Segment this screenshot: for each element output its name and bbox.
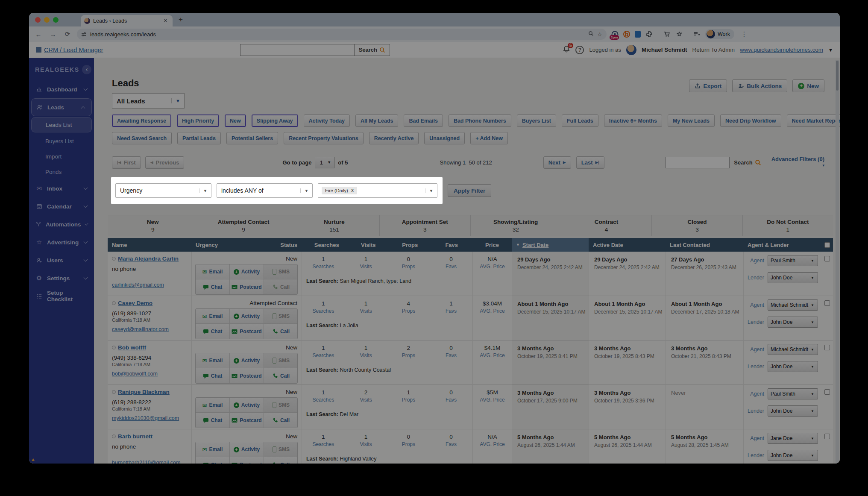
row-checkbox[interactable] xyxy=(824,345,830,350)
column-header-price[interactable]: Price xyxy=(472,242,512,248)
chat-button[interactable]: Chat xyxy=(196,457,230,464)
sidebar-item-leads-list[interactable]: Leads List xyxy=(31,117,92,132)
note-extension-icon[interactable] xyxy=(635,31,641,38)
lead-email-link[interactable]: burnettbarb2110@gmail.com xyxy=(112,460,180,464)
filter-operator-select[interactable]: includes ANY of ▼ xyxy=(217,183,313,198)
sidebar-item-advertising[interactable]: ☆ Advertising xyxy=(29,233,94,251)
chat-button[interactable]: Chat xyxy=(196,368,230,383)
scrollbar-thumb[interactable] xyxy=(836,61,839,91)
filter-chip[interactable]: Unassigned xyxy=(424,132,465,144)
reading-list-icon[interactable] xyxy=(693,30,701,38)
sidebar-item-dashboard[interactable]: Dashboard xyxy=(29,80,94,98)
column-header-urgency[interactable]: Urgency xyxy=(196,242,218,248)
return-to-admin-link[interactable]: Return To Admin xyxy=(692,47,735,53)
lead-name-link[interactable]: Ranique Blackman xyxy=(118,389,170,395)
last-page-button[interactable]: Last ▶| xyxy=(576,156,604,169)
sms-button[interactable]: SMS xyxy=(264,264,298,279)
postcard-button[interactable]: Postcard xyxy=(230,457,264,464)
postcard-button[interactable]: Postcard xyxy=(230,413,264,428)
postcard-button[interactable]: Postcard xyxy=(230,279,264,294)
new-tab-button[interactable]: + xyxy=(179,15,183,26)
filter-chip[interactable]: Full Leads xyxy=(562,114,598,127)
filter-chip[interactable]: High Priority xyxy=(177,114,219,127)
activity-button[interactable]: +Activity xyxy=(230,442,264,457)
site-link[interactable]: www.quickandsimplehomes.com xyxy=(740,47,823,53)
sidebar-item-setup-checklist[interactable]: Setup Checklist xyxy=(29,287,94,305)
email-button[interactable]: ✉Email xyxy=(196,442,230,457)
export-button[interactable]: Export xyxy=(689,79,727,92)
lender-select[interactable]: John Doe▼ xyxy=(768,361,818,372)
lender-select[interactable]: John Doe▼ xyxy=(768,272,818,283)
column-header-favs[interactable]: Favs xyxy=(431,242,473,248)
lender-select[interactable]: John Doe▼ xyxy=(768,405,818,417)
next-page-button[interactable]: Next ▶ xyxy=(543,156,571,169)
agent-select[interactable]: Jane Doe▼ xyxy=(768,433,818,444)
pipeline-stage-appointment-set[interactable]: Appointment Set 3 xyxy=(380,215,470,236)
filter-chip[interactable]: Partial Leads xyxy=(177,132,221,144)
maximize-window-button[interactable] xyxy=(53,17,59,23)
filter-value-select[interactable]: Fire (Daily) X ▼ xyxy=(318,183,437,198)
remove-tag-icon[interactable]: X xyxy=(351,188,354,193)
sms-button[interactable]: SMS xyxy=(264,353,298,368)
lead-email-link[interactable]: bob@bobwolff.com xyxy=(112,371,158,377)
filter-chip[interactable]: Slipping Away xyxy=(252,114,298,127)
chat-button[interactable]: Chat xyxy=(196,413,230,428)
sidebar-item-ponds[interactable]: Ponds xyxy=(29,164,94,179)
postcard-button[interactable]: Postcard xyxy=(230,368,264,383)
filter-chip[interactable]: Potential Sellers xyxy=(226,132,278,144)
scroll-top-icon[interactable]: ▲ xyxy=(31,457,35,462)
sms-button[interactable]: SMS xyxy=(264,398,298,413)
call-button[interactable]: Call xyxy=(264,324,298,339)
global-search-button[interactable]: Search xyxy=(355,44,390,56)
filter-chip[interactable]: Need Saved Search xyxy=(112,132,172,144)
filter-field-select[interactable]: Urgency ▼ xyxy=(115,183,211,198)
advanced-filters-link[interactable]: Advanced Filters (0) ▾ xyxy=(771,156,824,168)
sms-button[interactable]: SMS xyxy=(264,442,298,457)
filter-chip[interactable]: All My Leads xyxy=(355,114,398,127)
filter-chip[interactable]: Recent Property Valuations xyxy=(284,132,364,144)
activity-button[interactable]: +Activity xyxy=(230,309,264,324)
crm-home-link[interactable]: CRM / Lead Manager xyxy=(44,47,103,53)
call-button[interactable]: Call xyxy=(264,368,298,383)
filter-chip[interactable]: Activity Today xyxy=(304,114,350,127)
add-new-filter-chip[interactable]: + Add New xyxy=(470,132,508,144)
agent-select[interactable]: Michael Schmidt▼ xyxy=(768,299,818,311)
forward-button[interactable]: → xyxy=(48,31,58,38)
pipeline-stage-closed[interactable]: Closed 3 xyxy=(652,215,742,236)
select-all-checkbox[interactable] xyxy=(824,242,830,248)
page-scrollbar[interactable] xyxy=(836,60,839,464)
postcard-button[interactable]: Postcard xyxy=(230,324,264,339)
sidebar-item-automations[interactable]: Automations xyxy=(29,215,94,233)
sidebar-item-buyers-list[interactable]: Buyers List xyxy=(29,133,94,149)
row-checkbox[interactable] xyxy=(824,256,830,261)
filter-chip[interactable]: My New Leads xyxy=(668,114,715,127)
close-window-button[interactable] xyxy=(35,17,41,23)
activity-button[interactable]: +Activity xyxy=(230,353,264,368)
lead-email-link[interactable]: mykiddos21030@gmail.com xyxy=(112,415,179,421)
sidebar-item-users[interactable]: Users xyxy=(29,251,94,269)
table-search-button[interactable]: Search xyxy=(734,159,761,166)
help-button[interactable]: ? xyxy=(575,46,584,54)
pipeline-stage-contract[interactable]: Contract 4 xyxy=(561,215,652,236)
lead-view-select[interactable]: All Leads ▼ xyxy=(112,93,185,109)
sidebar-item-settings[interactable]: ⚙ Settings xyxy=(29,269,94,287)
filter-chip[interactable]: Buyers List xyxy=(517,114,556,127)
sidebar-item-inbox[interactable]: ✉ Inbox xyxy=(29,179,94,197)
column-header-searches[interactable]: Searches xyxy=(306,242,348,248)
tab-close-icon[interactable]: ✕ xyxy=(162,17,169,24)
email-button[interactable]: ✉Email xyxy=(196,264,230,279)
pipeline-stage-showing-listing[interactable]: Showing/Listing 32 xyxy=(471,215,561,236)
previous-page-button[interactable]: ◀ Previous xyxy=(145,156,185,169)
bookmark-star-icon[interactable]: ☆ xyxy=(597,31,602,38)
chat-button[interactable]: Chat xyxy=(196,324,230,339)
notifications-button[interactable]: 5 xyxy=(563,45,570,55)
site-dropdown-caret-icon[interactable]: ▼ xyxy=(828,47,833,53)
column-header-start-date[interactable]: ▼ Start Date xyxy=(512,238,589,252)
tab-search-icon[interactable] xyxy=(588,31,594,38)
row-checkbox[interactable] xyxy=(824,300,830,306)
pipeline-stage-do-not-contact[interactable]: Do Not Contact 1 xyxy=(743,215,833,236)
site-info-icon[interactable] xyxy=(81,32,87,37)
page-number-select[interactable]: 1 ▼ xyxy=(315,157,334,168)
lender-select[interactable]: John Doe▼ xyxy=(768,450,818,461)
chat-button[interactable]: Chat xyxy=(196,279,230,294)
